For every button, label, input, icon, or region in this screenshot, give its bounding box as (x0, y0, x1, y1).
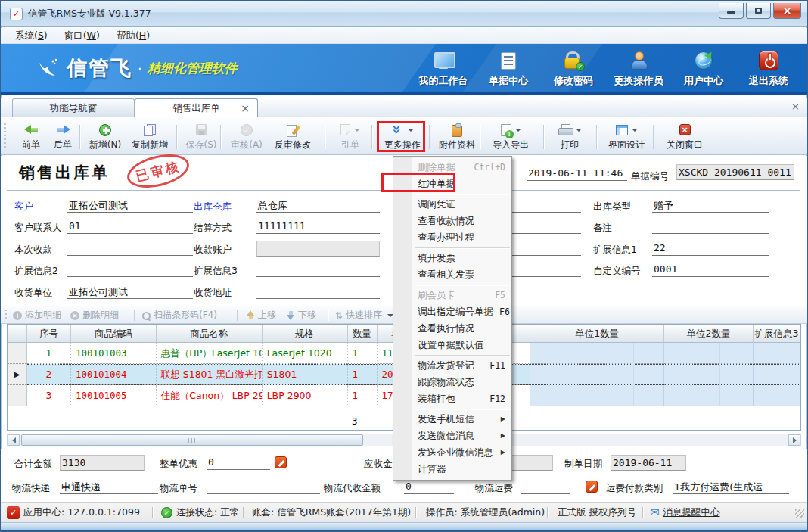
column-header-1[interactable]: 序号 (27, 325, 71, 343)
restore-button[interactable] (746, 3, 771, 19)
menubar-item-S[interactable]: 系统(S) (7, 28, 56, 44)
column-header-3[interactable]: 商品名称 (157, 325, 263, 343)
cell-r1-c8[interactable] (530, 343, 664, 364)
adjust-icon[interactable] (275, 456, 287, 468)
cell-r2-c1[interactable]: 2 (27, 364, 71, 385)
menu-item-16[interactable]: 跟踪物流状态 (393, 374, 511, 390)
cell-r2-c5[interactable]: 1 (348, 364, 378, 385)
cell-r2-c2[interactable]: 100101004 (71, 364, 157, 385)
toolbar-button-prev-doc[interactable]: 前单 (16, 120, 46, 153)
tab-close-icon[interactable]: × (241, 99, 250, 117)
cell-r2-c8[interactable] (530, 364, 664, 385)
column-header-8[interactable]: 单位1数量 (530, 325, 664, 343)
toolbar-button-unaudit-edit[interactable]: 反审修改 (269, 120, 317, 153)
toolbar-button-next-doc[interactable]: 后单 (48, 120, 78, 153)
cell-r3-c8[interactable] (530, 385, 664, 406)
menu-item-19[interactable]: 发送手机短信▶ (393, 411, 511, 428)
menu-item-8[interactable]: 查看相关发票 (393, 266, 511, 283)
cell-r1-c2[interactable]: 100101003 (71, 343, 157, 364)
tabstrip-close-icon[interactable]: × (791, 101, 800, 111)
toolbar-button-add-new[interactable]: 新增(N) (85, 120, 125, 153)
grid-toolbar-add-detail[interactable]: +添加明细 (13, 306, 69, 324)
tab-sales-outbound[interactable]: 销售出库单× (135, 98, 258, 117)
menu-item-20[interactable]: 发送微信消息▶ (393, 428, 511, 444)
summary-field-row2-1[interactable] (207, 479, 320, 494)
toolbar-button-attachment[interactable]: 附件资料 (435, 120, 479, 153)
menubar-item-W[interactable]: 窗口(W) (56, 28, 108, 44)
cell-r3-c2[interactable]: 100101005 (71, 385, 157, 406)
banner-action-document-center[interactable]: 单据中心 (476, 48, 541, 88)
scrollbar-thumb[interactable] (21, 434, 363, 446)
toolbar-button-print[interactable]: 打印 (551, 120, 589, 153)
cell-r3-c1[interactable]: 3 (27, 385, 71, 406)
toolbar-button-close-window[interactable]: ×关闭窗口 (660, 120, 709, 153)
minimize-button[interactable] (719, 3, 744, 19)
scroll-right-arrow-icon[interactable] (788, 434, 800, 446)
field-input-fields_col2-1[interactable]: 11111111 (256, 219, 380, 234)
cell-r2-c10[interactable] (754, 364, 800, 385)
cell-r3-c3[interactable]: 佳能（Canon） LBP 2900+ (157, 385, 263, 406)
banner-action-change-password-lock[interactable]: ✓修改密码 (541, 48, 606, 88)
tab-nav-window[interactable]: 功能导航窗 (12, 98, 135, 117)
menu-item-3[interactable]: 调阅凭证 (393, 196, 511, 213)
banner-action-workbench-monitor[interactable]: 我的工作台 (411, 48, 476, 88)
field-input-fields_col2-0[interactable]: 总仓库 (256, 198, 380, 213)
cell-r1-c5[interactable]: 1 (348, 343, 378, 364)
summary-field-row1-1[interactable]: 0 (207, 455, 270, 470)
menu-item-12[interactable]: 查看执行情况 (393, 320, 511, 337)
grid-toolbar-move-down[interactable]: 下移 (287, 306, 322, 324)
cell-r1-c3[interactable]: 惠普（HP）LaserJet 1020 (157, 343, 263, 364)
scroll-left-arrow-icon[interactable] (8, 434, 20, 446)
toolbar-button-save[interactable]: 保存(S) (182, 120, 220, 153)
column-header-10[interactable]: 扩展信息3 (754, 325, 800, 343)
field-input-fields_col2-3[interactable] (256, 262, 380, 277)
row-indicator-cell[interactable] (8, 385, 27, 406)
field-input-fields_col3-1[interactable] (652, 219, 769, 234)
menu-item-15[interactable]: 物流发货登记F11 (393, 357, 511, 374)
row-indicator-cell[interactable]: ▶ (8, 364, 27, 385)
banner-action-exit-system-power[interactable]: 退出系统 (736, 48, 801, 88)
cell-r1-c10[interactable] (754, 343, 800, 364)
grid-toolbar-move-up[interactable]: 上移 (247, 306, 281, 324)
cell-r3-c5[interactable]: 1 (348, 385, 378, 406)
field-input-fields_col1-0[interactable]: 亚拓公司测试 (67, 198, 193, 213)
summary-field-row2-3[interactable] (521, 479, 570, 494)
column-header-2[interactable]: 商品编码 (71, 325, 157, 343)
toolbar-button-import-export[interactable]: 导入导出 (486, 120, 536, 153)
menu-item-13[interactable]: 设置单据默认值 (393, 337, 511, 353)
cell-r1-c1[interactable]: 1 (27, 343, 71, 364)
cell-r2-c3[interactable]: 联想 S1801 黑白激光打印机 (157, 364, 263, 385)
column-header-5[interactable]: 数量 (348, 325, 378, 343)
banner-action-switch-operator[interactable]: 更换操作员 (606, 48, 671, 88)
menu-item-5[interactable]: 查看办理过程 (393, 229, 511, 246)
menu-item-10[interactable]: 刷会员卡F5 (393, 287, 511, 303)
grid-toolbar-delete-detail[interactable]: ×删除明细 (70, 306, 126, 324)
field-input-fields_col3-0[interactable]: 赠予 (652, 198, 769, 213)
menu-item-11[interactable]: 调出指定编号单据F6 (393, 303, 511, 320)
field-input-fields_col3-2[interactable]: 22 (652, 241, 769, 256)
grid-toolbar-quick-sort[interactable]: ⇅快速排序 (335, 306, 397, 324)
cell-r3-c10[interactable] (754, 385, 800, 406)
doc-date-field[interactable]: 2019-06-11 11:46 (527, 166, 627, 181)
cell-r2-c4[interactable]: S1801 (263, 364, 348, 385)
toolbar-button-audit[interactable]: ✓审核(A) (228, 120, 266, 153)
menu-item-4[interactable]: 查看收款情况 (393, 213, 511, 229)
close-button[interactable]: × (773, 3, 801, 19)
adjust-icon[interactable] (586, 481, 598, 493)
status-segment-5[interactable]: ✉消息提醒中心 (650, 506, 720, 519)
menu-item-21[interactable]: 发送企业微信消息▶ (393, 444, 511, 461)
field-input-fields_col1-1[interactable]: 01 (67, 219, 193, 234)
menu-item-7[interactable]: 填开发票 (393, 250, 511, 266)
summary-field-row2-4[interactable]: 1我方付运费(生成运 (673, 479, 789, 494)
grid-toolbar-barcode-scan[interactable]: 扫描条形码(F4) (141, 306, 231, 324)
summary-field-row2-0[interactable]: 申通快递 (60, 479, 158, 494)
summary-field-row2-2[interactable]: 0 (404, 479, 454, 494)
cell-r3-c9[interactable] (664, 385, 754, 406)
menu-item-17[interactable]: 装箱打包F12 (393, 390, 511, 407)
column-header-4[interactable]: 规格 (263, 325, 348, 343)
field-input-fields_col1-3[interactable] (67, 262, 193, 277)
field-input-fields_col2-4[interactable] (256, 284, 380, 299)
field-input-fields_col1-2[interactable] (67, 241, 193, 256)
menubar-item-H[interactable]: 帮助(H) (108, 28, 158, 44)
menu-item-22[interactable]: 计算器 (393, 461, 511, 478)
